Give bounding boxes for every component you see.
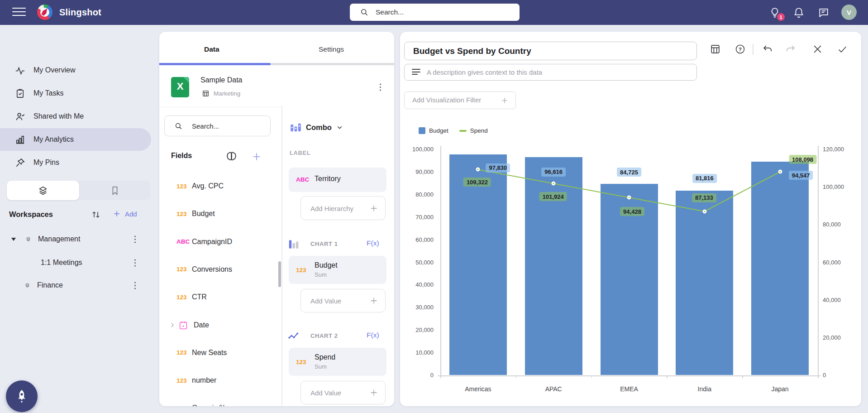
chat-icon[interactable] <box>818 7 830 19</box>
value-chip-spend[interactable]: 123SpendSum <box>289 348 386 376</box>
field-item-budget[interactable]: 123Budget <box>159 206 278 222</box>
line-point-americas[interactable] <box>476 168 480 172</box>
fx-button[interactable]: F(x) <box>367 331 379 339</box>
undo-button[interactable] <box>762 43 774 55</box>
budget-data-label: 84,725 <box>617 168 641 177</box>
layers-icon <box>20 280 30 290</box>
tab-settings[interactable]: Settings <box>319 45 344 53</box>
numeric-type-icon: 123 <box>176 266 192 273</box>
chevron-down-icon <box>336 124 343 131</box>
chart-type-selector[interactable]: Combo <box>290 121 343 134</box>
field-item-ctr[interactable]: 123CTR <box>159 289 278 305</box>
workspace-menu[interactable] <box>130 257 139 268</box>
right-axis-line <box>818 146 819 375</box>
add-workspace-button[interactable]: Add <box>112 209 137 218</box>
fields-scrollbar[interactable] <box>278 261 281 287</box>
global-search[interactable] <box>350 4 520 21</box>
workspace-item-finance[interactable]: Finance <box>0 277 158 293</box>
confirm-button[interactable] <box>837 43 849 55</box>
fx-button[interactable]: F(x) <box>367 239 379 247</box>
field-item-new-seats[interactable]: 123New Seats <box>159 345 278 361</box>
field-item-number[interactable]: 123number <box>159 372 278 389</box>
left-sidebar: My OverviewMy TasksShared with MeMy Anal… <box>0 25 158 413</box>
sort-icon[interactable] <box>91 209 101 220</box>
line-point-india[interactable] <box>702 209 706 213</box>
sidebar-item-my-tasks[interactable]: My Tasks <box>0 82 151 105</box>
left-axis-tick-label: 10,000 <box>399 349 434 356</box>
numeric-type-icon: 123 <box>176 349 192 356</box>
confirm-icon <box>837 43 848 55</box>
close-icon <box>812 43 823 55</box>
search-icon <box>174 122 183 130</box>
field-item-campaignid[interactable]: ABCCampaignID <box>159 234 278 250</box>
line-point-japan[interactable] <box>778 170 782 174</box>
plus-icon <box>251 151 262 163</box>
workspace-menu[interactable] <box>130 280 139 291</box>
tasks-icon <box>15 88 25 99</box>
viz-description-input[interactable] <box>427 68 680 76</box>
add-value-label: Add Value <box>310 297 341 305</box>
field-name: CTR <box>192 293 207 301</box>
data-source-name: Sample Data <box>200 76 243 84</box>
field-name: CampaignID <box>192 238 232 246</box>
caret-down-icon[interactable] <box>11 238 16 241</box>
field-item-date[interactable]: Date <box>159 317 278 333</box>
value-chip-budget[interactable]: 123BudgetSum <box>289 256 386 284</box>
add-value-button[interactable]: Add Value <box>300 381 386 404</box>
bookmarks-toggle-segment[interactable] <box>79 181 150 200</box>
analytics-icon <box>15 134 25 145</box>
global-search-input[interactable] <box>376 8 507 16</box>
add-visualization-filter-button[interactable]: Add Visualization Filter <box>404 91 516 109</box>
hamburger-menu-icon[interactable] <box>12 8 26 17</box>
sidebar-item-my-overview[interactable]: My Overview <box>0 59 151 82</box>
add-hierarchy-button[interactable]: Add Hierarchy <box>300 196 386 220</box>
viz-description-field[interactable] <box>404 64 697 81</box>
divider <box>159 107 281 107</box>
add-value-button[interactable]: Add Value <box>300 289 386 312</box>
close-button[interactable] <box>812 43 824 55</box>
sidebar-item-my-pins[interactable]: My Pins <box>0 151 151 174</box>
viz-title-input[interactable] <box>404 42 697 60</box>
field-item-organic-[interactable]: 123Organic % <box>159 400 278 406</box>
numeric-type-icon: 123 <box>176 183 192 190</box>
add-field-button[interactable] <box>251 151 262 163</box>
workspace-item-1-1-meetings[interactable]: 1:1 Meetings <box>0 255 158 271</box>
workspaces-toggle-segment[interactable] <box>7 181 79 200</box>
table-icon <box>202 90 210 97</box>
rocket-icon <box>14 389 29 404</box>
calendar-icon <box>178 320 188 330</box>
combo-chart-icon <box>290 121 302 134</box>
value-aggregation: Sum <box>315 363 327 370</box>
line-point-emea[interactable] <box>627 196 631 200</box>
tab-data[interactable]: Data <box>204 45 219 53</box>
sidebar-item-label: Shared with Me <box>33 112 84 120</box>
sidebar-item-my-analytics[interactable]: My Analytics <box>0 128 151 151</box>
sidebar-item-shared-with-me[interactable]: Shared with Me <box>0 105 151 128</box>
redo-button[interactable] <box>785 43 796 55</box>
help-button[interactable]: ? <box>734 43 746 55</box>
fields-search[interactable] <box>164 115 271 136</box>
workspace-item-management[interactable]: Management <box>0 231 158 247</box>
workspace-menu[interactable] <box>130 234 139 245</box>
ai-brain-icon[interactable] <box>225 150 238 163</box>
field-item-conversions[interactable]: 123Conversions <box>159 261 278 278</box>
value-field-name: Spend <box>315 353 335 361</box>
bell-icon[interactable] <box>793 7 805 19</box>
data-source-menu[interactable] <box>376 82 385 92</box>
line-point-apac[interactable] <box>552 182 556 186</box>
fields-search-input[interactable] <box>192 122 260 130</box>
top-navbar: Slingshot 1 V <box>0 0 868 25</box>
workspaces-header: Workspaces Add <box>0 208 158 222</box>
add-workspace-label: Add <box>125 210 137 218</box>
right-axis-tick-label: 100,000 <box>823 183 857 190</box>
slingshot-logo[interactable] <box>37 5 52 20</box>
assistant-rocket-button[interactable] <box>6 380 38 412</box>
sidebar-item-label: My Analytics <box>33 135 74 144</box>
user-avatar[interactable]: V <box>841 5 857 20</box>
field-item-avg-cpc[interactable]: 123Avg. CPC <box>159 178 278 194</box>
table-view-button[interactable] <box>710 43 721 55</box>
sidebar-item-label: My Pins <box>33 158 59 167</box>
label-field-chip[interactable]: ABC Territory <box>289 168 386 192</box>
help-icon: ? <box>734 43 746 55</box>
left-axis-tick-label: 50,000 <box>399 259 434 266</box>
